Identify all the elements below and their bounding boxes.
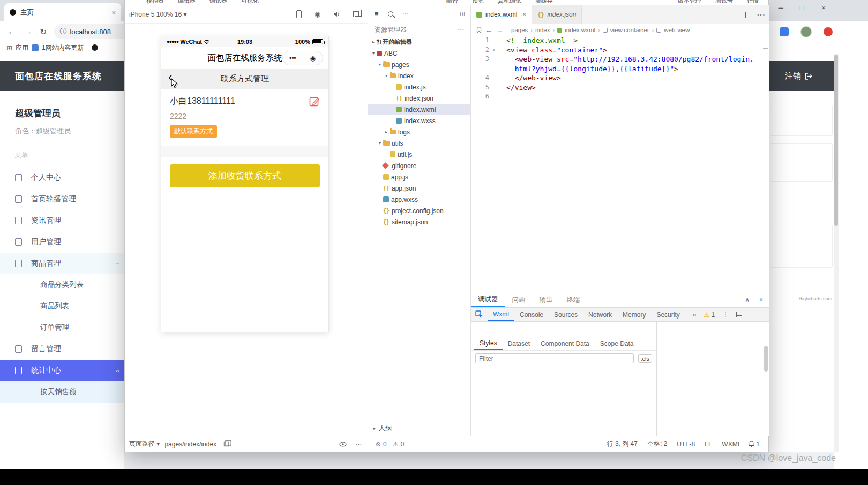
tab-close-icon[interactable]: × — [111, 9, 116, 17]
bookmark-icon[interactable] — [476, 27, 482, 33]
devtools-tab[interactable]: Security — [651, 308, 685, 321]
menubar-item[interactable]: 编辑器 — [178, 0, 196, 5]
collapse-panel-icon[interactable]: ∧ — [745, 296, 750, 304]
devtools-tab[interactable]: Sources — [549, 308, 583, 321]
window-minimize-button[interactable]: ─ — [770, 0, 791, 15]
tree-item[interactable]: {}index.json — [368, 93, 470, 104]
error-count[interactable]: ⊗0 — [376, 441, 387, 448]
forward-button[interactable]: → — [24, 27, 32, 36]
styles-tab[interactable]: Scope Data — [595, 337, 639, 350]
tree-item[interactable]: ▾index — [368, 70, 470, 81]
bookmark-site-label[interactable]: 1网站内容更新 — [42, 43, 84, 52]
outline-section[interactable]: ▸ 大纲 — [368, 422, 470, 435]
page-scrollbar[interactable] — [834, 54, 839, 452]
inspect-element-icon[interactable] — [475, 310, 483, 319]
project-root-item[interactable]: ▾ABC — [368, 48, 470, 59]
warning-badge[interactable]: ⚠ 1 — [704, 311, 715, 319]
sidebar-item[interactable]: 商品列表 — [0, 295, 124, 317]
menubar-item[interactable]: 清缓存 — [535, 0, 553, 5]
language-mode[interactable]: WXML — [722, 441, 741, 448]
breadcrumb-item[interactable]: index — [535, 27, 550, 33]
edit-icon[interactable] — [309, 96, 320, 107]
nav-back-icon[interactable]: ← — [485, 26, 492, 34]
tree-item[interactable]: index.wxss — [368, 115, 470, 126]
indent-setting[interactable]: 空格: 2 — [647, 439, 667, 449]
menu-icon[interactable]: ≡ — [375, 10, 379, 18]
cursor-position[interactable]: 行 3, 列 47 — [607, 439, 638, 449]
dock-side-icon[interactable] — [736, 312, 743, 317]
breadcrumb-item[interactable]: index.wxml — [565, 27, 595, 33]
browser-tab[interactable]: 主页 × — [4, 3, 121, 21]
devtools-tab[interactable]: Network — [583, 308, 617, 321]
code-line[interactable]: 2▾<view class="container"> — [471, 46, 769, 55]
sidebar-item[interactable]: 资讯管理 — [0, 210, 124, 231]
bookmark-favicon[interactable] — [92, 44, 98, 51]
add-contact-button[interactable]: 添加收货联系方式 — [170, 164, 320, 187]
code-line[interactable]: 3 <web-view src="http://192.168.3.42:808… — [471, 55, 769, 64]
menubar-item[interactable]: 预览 — [472, 0, 484, 5]
tree-item[interactable]: .gitignore — [368, 160, 470, 171]
sidebar-item[interactable]: 商品分类列表 — [0, 274, 124, 295]
more-icon[interactable]: ⋯ — [458, 26, 464, 33]
devtools-tab[interactable]: Memory — [617, 308, 651, 321]
tree-item[interactable]: app.js — [368, 171, 470, 183]
tree-item[interactable]: {}project.config.json — [368, 205, 470, 216]
breadcrumb-item[interactable]: pages — [511, 27, 528, 33]
code-line[interactable]: 6 — [471, 92, 769, 102]
tree-item[interactable]: ▾utils — [368, 138, 470, 149]
tree-item[interactable]: {}app.json — [368, 183, 470, 194]
open-editors-section[interactable]: ▸打开的编辑器 — [368, 36, 470, 48]
window-maximize-button[interactable]: □ — [791, 0, 813, 15]
notifications-bell[interactable]: 1 — [749, 441, 768, 448]
bookmark-apps-label[interactable]: 应用 — [16, 43, 28, 52]
device-selector[interactable]: iPhone 5 100% 16 ▾ — [129, 11, 186, 18]
code-line[interactable]: 4 </web-view> — [471, 73, 769, 83]
code-line[interactable]: html?yhjwd={{longitude}},{{latitude}}"> — [471, 64, 769, 74]
fold-icon[interactable]: ▾ — [489, 46, 499, 55]
warning-count[interactable]: ⚠0 — [393, 441, 404, 448]
breadcrumb-item[interactable]: web-view — [664, 27, 690, 33]
kebab-menu-icon[interactable]: ⋮ — [722, 311, 729, 319]
tree-item[interactable]: index.wxml — [368, 104, 470, 115]
menubar-item[interactable]: 版本管理 — [678, 0, 701, 5]
tree-item[interactable]: ▾pages — [368, 59, 470, 70]
sidebar-item[interactable]: 按天销售额 — [0, 381, 124, 403]
styles-tab[interactable]: Component Data — [535, 337, 595, 350]
exit-target-icon[interactable]: ◉ — [303, 55, 323, 62]
menubar-item[interactable]: 可视化 — [241, 0, 259, 5]
debugger-panel-tab[interactable]: 调试器 — [471, 292, 505, 307]
sidebar-item[interactable]: 留言管理 — [0, 338, 124, 360]
close-panel-icon[interactable]: × — [759, 296, 763, 304]
code-editor[interactable]: 1<!--index.wxml-->2▾<view class="contain… — [471, 36, 769, 292]
back-button[interactable]: ← — [8, 27, 16, 36]
menubar-item[interactable]: 模拟器 — [146, 0, 164, 5]
preview-eye-icon[interactable] — [339, 442, 347, 447]
tree-item[interactable]: index.js — [368, 81, 470, 93]
devtools-tab[interactable]: Wxml — [488, 308, 514, 321]
debugger-panel-tab[interactable]: 问题 — [505, 292, 533, 307]
code-line[interactable]: 1<!--index.wxml--> — [471, 36, 769, 46]
record-icon[interactable]: ◉ — [315, 10, 320, 18]
new-window-icon[interactable]: ⊞ — [460, 10, 465, 18]
sidebar-item[interactable]: 用户管理 — [0, 231, 124, 253]
screenshot-icon[interactable] — [353, 11, 359, 17]
audio-icon[interactable] — [333, 11, 340, 17]
breadcrumb-item[interactable]: view.container — [610, 27, 649, 33]
page-path-selector[interactable]: 页面路径 ▾ — [129, 439, 160, 449]
devtools-tab[interactable]: Console — [514, 308, 549, 321]
logout-button[interactable]: 注销 — [785, 71, 801, 81]
scrollbar-thumb[interactable] — [764, 346, 768, 372]
menubar-item[interactable]: 编译 — [446, 0, 458, 5]
tree-item[interactable]: app.wxss — [368, 194, 470, 205]
debugger-panel-tab[interactable]: 输出 — [533, 292, 560, 307]
tree-item[interactable]: ▸logs — [368, 126, 470, 138]
split-editor-icon[interactable] — [742, 12, 749, 18]
copy-path-icon[interactable] — [224, 442, 229, 446]
scrollbar-thumb[interactable] — [834, 55, 838, 226]
styles-tab[interactable]: Styles — [474, 337, 503, 350]
sidebar-item[interactable]: 个人中心 — [0, 167, 124, 188]
site-info-icon[interactable]: ⓘ — [59, 27, 66, 36]
more-icon[interactable]: ⋯ — [355, 441, 362, 448]
reload-button[interactable]: ↻ — [40, 27, 47, 37]
filter-input[interactable] — [475, 353, 634, 363]
